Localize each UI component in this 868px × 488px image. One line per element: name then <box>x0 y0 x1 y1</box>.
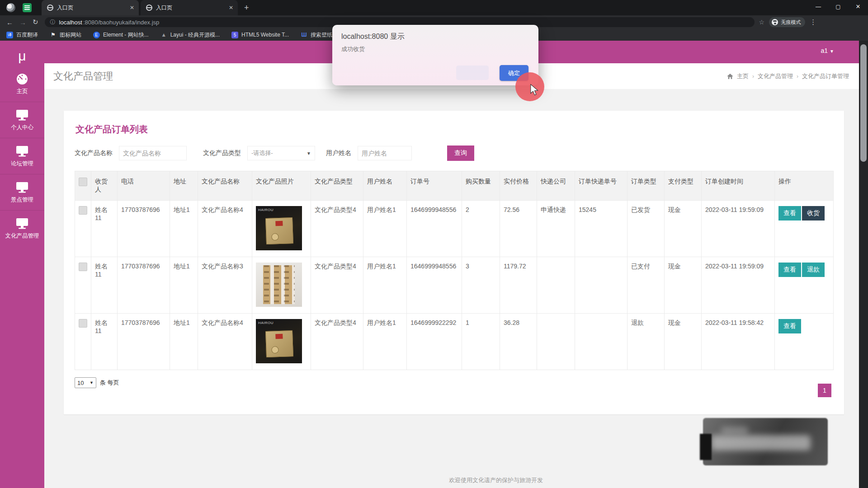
sidebar-item-profile[interactable]: 个人中心 <box>0 102 44 138</box>
col-header: 实付价格 <box>500 171 537 201</box>
cell-user-name: 用户姓名1 <box>363 314 407 370</box>
cell-address: 地址1 <box>170 314 198 370</box>
panel-title: 文化产品订单列表 <box>75 123 833 136</box>
screen: 入口页 ✕ 入口页 ✕ + — ▢ ✕ ← → ↻ ⓘ localhost :8… <box>0 0 868 488</box>
breadcrumb-item: 文化产品订单管理 <box>802 72 849 80</box>
incognito-icon <box>772 19 778 25</box>
chevron-down-icon: ▼ <box>830 49 834 54</box>
product-type-label: 文化产品类型 <box>203 149 241 157</box>
page-number-button[interactable]: 1 <box>818 384 831 397</box>
col-header: 支付类型 <box>665 171 702 201</box>
dialog-ghost-button <box>456 66 489 80</box>
dialog-title: localhost:8080 显示 <box>341 32 405 42</box>
browser-menu-icon[interactable]: ⋮ <box>810 18 816 26</box>
col-header: 订单快递单号 <box>575 171 627 201</box>
blurred-glyph <box>700 434 712 460</box>
sidebar-item-cultural-product[interactable]: 文化产品管理 <box>0 210 44 246</box>
sidebar-item-home[interactable]: 主页 <box>0 66 44 102</box>
product-name-label: 文化产品名称 <box>75 149 113 157</box>
cell-address: 地址1 <box>170 201 198 257</box>
cell-consignee: 姓名11 <box>91 201 118 257</box>
baidu-translate-icon: 译 <box>6 32 13 38</box>
cell-product-name: 文化产品名称4 <box>198 314 252 370</box>
receive-button[interactable]: 收货 <box>802 206 825 221</box>
view-button[interactable]: 查看 <box>778 206 801 221</box>
bookmark-item[interactable]: E Element - 网站快... <box>93 31 149 39</box>
cell-created: 2022-03-11 19:59:09 <box>702 201 775 257</box>
view-button[interactable]: 查看 <box>778 319 801 333</box>
breadcrumb-home[interactable]: 主页 <box>737 72 749 80</box>
search-button[interactable]: 查询 <box>447 145 474 161</box>
cell-user-name: 用户姓名1 <box>363 257 407 314</box>
bookmark-item[interactable]: ▲ Layui - 经典开源模... <box>160 31 220 39</box>
bookmark-item[interactable]: 译 百度翻译 <box>6 31 38 39</box>
cell-order-type: 已支付 <box>627 257 665 314</box>
row-checkbox[interactable] <box>79 263 87 271</box>
back-icon[interactable]: ← <box>6 19 13 26</box>
select-all-checkbox[interactable] <box>79 178 87 186</box>
new-tab-button[interactable]: + <box>244 3 249 13</box>
user-name-input[interactable] <box>358 146 412 160</box>
sheets-app-icon[interactable] <box>23 3 32 12</box>
tab-close-icon[interactable]: ✕ <box>229 5 233 11</box>
forward-icon[interactable]: → <box>19 19 26 26</box>
col-header: 订单创建时间 <box>702 171 775 201</box>
breadcrumb-separator: › <box>797 73 798 80</box>
bookmark-item[interactable]: Ш 搜索壁纸 <box>301 31 332 39</box>
product-type-select[interactable]: -请选择- ▼ <box>247 146 315 160</box>
cell-courier <box>537 257 575 314</box>
bookmark-item[interactable]: ⚑ 图标网站 <box>50 31 81 39</box>
cell-product-name: 文化产品名称3 <box>198 257 252 314</box>
breadcrumb-item[interactable]: 文化产品管理 <box>758 72 793 80</box>
refund-button[interactable]: 退款 <box>802 263 825 277</box>
alert-dialog: localhost:8080 显示 成功收货 确定 <box>332 25 538 85</box>
scrollbar-thumb[interactable] <box>860 44 867 162</box>
bookmark-star-icon[interactable]: ☆ <box>759 19 765 26</box>
page-size-select[interactable]: 10 ▼ <box>75 377 96 388</box>
col-header: 文化产品名称 <box>198 171 252 201</box>
cell-consignee: 姓名11 <box>91 257 118 314</box>
window-minimize-button[interactable]: — <box>808 0 828 14</box>
col-header: 快递公司 <box>537 171 575 201</box>
url-host: localhost <box>59 19 82 26</box>
window-close-button[interactable]: ✕ <box>848 0 868 14</box>
row-checkbox[interactable] <box>79 319 87 328</box>
breadcrumb-separator: › <box>752 73 754 80</box>
globe-favicon-icon <box>47 5 53 11</box>
col-header: 地址 <box>170 171 198 201</box>
user-dropdown[interactable]: a1▼ <box>821 47 834 54</box>
monitor-icon <box>15 109 29 121</box>
table-row: 姓名11 17703787696 地址1 文化产品名称3 文化产品类型4 用户姓… <box>75 257 834 314</box>
view-button[interactable]: 查看 <box>778 263 801 277</box>
window-maximize-button[interactable]: ▢ <box>828 0 848 14</box>
cell-phone: 17703787696 <box>118 257 170 314</box>
product-photo: HAIROU <box>256 206 302 250</box>
sidebar-item-scenic[interactable]: 景点管理 <box>0 174 44 210</box>
row-checkbox[interactable] <box>79 206 87 215</box>
col-header: 用户姓名 <box>363 171 407 201</box>
product-name-input[interactable] <box>119 146 187 160</box>
cell-tracking-no: 15245 <box>575 201 627 257</box>
sidebar: μ 主页 个人中心 论坛管理 景点管理 <box>0 41 44 488</box>
page-info-icon[interactable]: ⓘ <box>50 19 56 26</box>
filter-bar: 文化产品名称 文化产品类型 -请选择- ▼ 用户姓名 查询 <box>75 145 833 161</box>
cell-quantity: 1 <box>462 314 500 370</box>
reload-icon[interactable]: ↻ <box>33 18 38 26</box>
cell-pay-type: 现金 <box>665 257 702 314</box>
page-scrollbar[interactable] <box>859 41 868 488</box>
page-title: 文化产品管理 <box>53 70 113 83</box>
cell-tracking-no <box>575 257 627 314</box>
cell-order-no: 1646999948556 <box>407 201 462 257</box>
cell-consignee: 姓名11 <box>91 314 118 370</box>
cell-order-type: 已发货 <box>627 201 665 257</box>
cell-product-type: 文化产品类型4 <box>311 314 363 370</box>
cell-order-no: 1646999948556 <box>407 257 462 314</box>
bookmark-item[interactable]: 5 HTML5 Website T... <box>231 32 289 38</box>
tab-close-icon[interactable]: ✕ <box>130 5 134 11</box>
sidebar-item-forum[interactable]: 论坛管理 <box>0 138 44 174</box>
browser-tab-inactive[interactable]: 入口页 ✕ <box>141 0 238 15</box>
browser-tab-active[interactable]: 入口页 ✕ <box>42 0 139 15</box>
cell-quantity: 2 <box>462 201 500 257</box>
flag-icon: ⚑ <box>50 32 57 38</box>
cell-order-no: 1646999922292 <box>407 314 462 370</box>
